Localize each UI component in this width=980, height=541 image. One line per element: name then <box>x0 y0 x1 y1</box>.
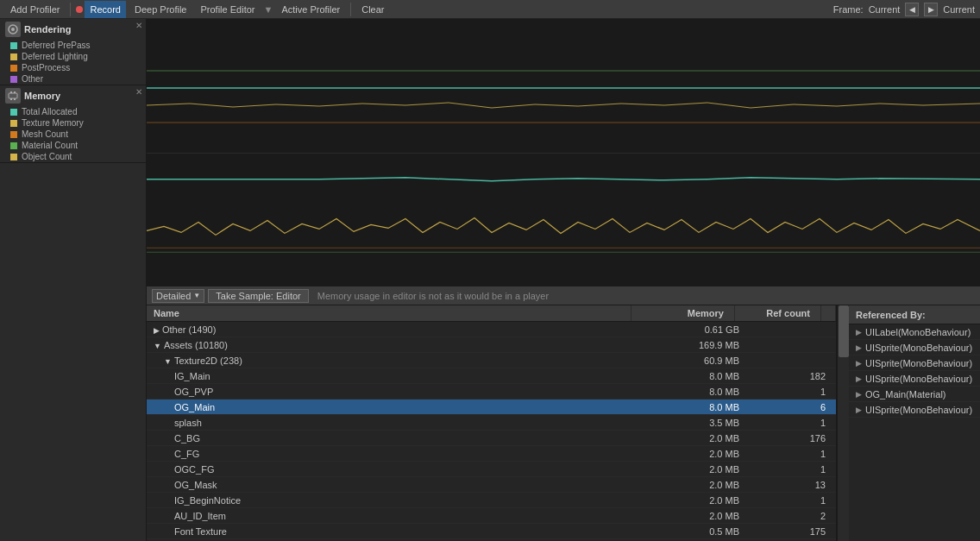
rendering-close[interactable]: ✕ <box>135 21 142 30</box>
profile-editor-button[interactable]: Profile Editor <box>196 1 261 18</box>
memory-close[interactable]: ✕ <box>135 87 142 97</box>
ref-item-label: UILabel(MonoBehaviour) <box>865 327 971 337</box>
bottom-panel: Detailed ▼ Take Sample: Editor Memory us… <box>147 286 980 541</box>
separator <box>70 3 71 16</box>
legend-label-total-allocated: Total Allocated <box>22 107 78 116</box>
legend-total-allocated: Total Allocated <box>0 106 146 117</box>
table-row[interactable]: AU_ID_Item 2.0 MB 2 <box>147 508 836 524</box>
current2-label: Current <box>943 4 975 15</box>
expand-icon: ▼ <box>154 342 161 350</box>
cell-refcount: 175 <box>750 526 836 537</box>
ref-row[interactable]: ▶UISprite(MonoBehaviour) <box>849 340 980 355</box>
legend-mesh-count: Mesh Count <box>0 129 146 140</box>
legend-color-object-count <box>10 154 17 160</box>
ref-item-label: UISprite(MonoBehaviour) <box>865 374 972 384</box>
cell-memory: 0.5 MB <box>646 526 750 537</box>
charts-area <box>147 19 980 286</box>
ref-arrow-icon: ▶ <box>856 374 862 383</box>
rendering-chart-svg <box>147 19 980 153</box>
table-header: Name Memory Ref count <box>147 305 836 322</box>
col-scroll <box>821 305 836 321</box>
table-scrollbar[interactable] <box>837 305 849 541</box>
cell-refcount: 13 <box>750 480 836 490</box>
svg-rect-3 <box>10 91 12 93</box>
cell-name: C_FG <box>147 449 646 459</box>
svg-rect-6 <box>14 98 16 100</box>
svg-rect-4 <box>14 91 16 93</box>
cell-memory: 169.9 MB <box>646 340 750 350</box>
legend-color-deferred-lighting <box>10 53 17 60</box>
ref-row[interactable]: ▶UISprite(MonoBehaviour) <box>849 402 980 418</box>
cell-refcount: 1 <box>750 449 836 459</box>
table-row[interactable]: Font Texture 0.5 MB 175 <box>147 524 836 539</box>
cell-memory: 8.0 MB <box>646 371 750 381</box>
main-toolbar: Add Profiler Record Deep Profile Profile… <box>0 0 980 19</box>
record-indicator <box>76 6 83 13</box>
legend-label-mesh-count: Mesh Count <box>22 129 68 139</box>
table-row[interactable]: OG_Mask 2.0 MB 13 <box>147 477 836 493</box>
ref-header: Referenced By: <box>849 305 980 324</box>
ref-row[interactable]: ▶UISprite(MonoBehaviour) <box>849 355 980 371</box>
ref-row[interactable]: ▶OG_Main(Material) <box>849 387 980 402</box>
frame-prev-button[interactable]: ◀ <box>905 3 919 16</box>
cell-refcount: 1 <box>750 418 836 428</box>
deep-profile-button[interactable]: Deep Profile <box>129 1 192 18</box>
table-row[interactable]: splash 3.5 MB 1 <box>147 415 836 431</box>
rendering-group: Rendering ✕ Deferred PrePass Deferred Li… <box>0 19 146 85</box>
ref-panel: Referenced By: ▶UILabel(MonoBehaviour)▶U… <box>849 305 980 541</box>
cell-name: ▼Assets (10180) <box>147 340 646 350</box>
frame-next-button[interactable]: ▶ <box>924 3 938 16</box>
take-sample-button[interactable]: Take Sample: Editor <box>208 289 308 303</box>
legend-color-deferred-prepass <box>10 42 17 49</box>
detailed-label: Detailed <box>156 291 191 301</box>
cell-name: ▶Other (1490) <box>147 324 646 335</box>
legend-label-material-count: Material Count <box>22 141 78 150</box>
cell-refcount: 1 <box>750 464 836 475</box>
table-row[interactable]: C_FG 2.0 MB 1 <box>147 446 836 462</box>
frame-section: Frame: Current ◀ ▶ Current <box>833 3 975 16</box>
col-name: Name <box>147 305 631 321</box>
legend-label-texture-memory: Texture Memory <box>22 118 84 128</box>
cell-name: C_BG <box>147 433 646 443</box>
cell-memory: 60.9 MB <box>646 355 750 366</box>
cell-name: OG_PVP <box>147 387 646 397</box>
active-profiler-button[interactable]: Active Profiler <box>276 1 345 18</box>
ref-arrow-icon: ▶ <box>856 359 862 368</box>
clear-button[interactable]: Clear <box>356 1 389 18</box>
table-row[interactable]: OG_Main 8.0 MB 6 <box>147 399 836 415</box>
col-memory: Memory <box>631 305 735 321</box>
detailed-dropdown[interactable]: Detailed ▼ <box>152 289 204 303</box>
table-row[interactable]: OG_PVP 8.0 MB 1 <box>147 384 836 399</box>
table-row[interactable]: IG_Main 8.0 MB 182 <box>147 368 836 384</box>
dropdown-arrow-icon: ▼ <box>193 292 200 299</box>
table-row[interactable]: ▼Assets (10180) 169.9 MB <box>147 337 836 353</box>
cell-memory: 8.0 MB <box>646 387 750 397</box>
svg-rect-2 <box>9 93 17 98</box>
cell-name: ▼Texture2D (238) <box>147 355 646 366</box>
cell-name: AU_ID_Item <box>147 511 646 521</box>
table-row[interactable]: ▶Other (1490) 0.61 GB <box>147 322 836 337</box>
table-body: ▶Other (1490) 0.61 GB ▼Assets (10180) 16… <box>147 322 836 541</box>
cell-refcount: 1 <box>750 495 836 506</box>
ref-row[interactable]: ▶UISprite(MonoBehaviour) <box>849 371 980 387</box>
cell-memory: 3.5 MB <box>646 418 750 428</box>
legend-other: Other <box>0 73 146 85</box>
table-row[interactable]: IG_BeginNotice 2.0 MB 1 <box>147 493 836 508</box>
table-row[interactable]: ▼Texture2D (238) 60.9 MB <box>147 353 836 368</box>
ref-row[interactable]: ▶UILabel(MonoBehaviour) <box>849 324 980 340</box>
add-profiler-button[interactable]: Add Profiler <box>5 1 65 18</box>
record-button[interactable]: Record <box>85 1 125 18</box>
ref-arrow-icon: ▶ <box>856 328 862 337</box>
scrollbar-thumb[interactable] <box>839 305 849 357</box>
legend-label-postprocess: PostProcess <box>22 63 70 72</box>
cell-memory: 2.0 MB <box>646 495 750 506</box>
bottom-toolbar: Detailed ▼ Take Sample: Editor Memory us… <box>147 286 980 305</box>
table-area: Name Memory Ref count ▶Other (1490) 0.61… <box>147 305 980 541</box>
table-row[interactable]: OGC_FG 2.0 MB 1 <box>147 462 836 477</box>
info-text: Memory usage in editor is not as it woul… <box>317 291 549 301</box>
svg-point-1 <box>11 28 15 31</box>
svg-rect-5 <box>10 98 12 100</box>
legend-color-total-allocated <box>10 109 17 116</box>
cell-refcount: 2 <box>750 511 836 521</box>
table-row[interactable]: C_BG 2.0 MB 176 <box>147 431 836 446</box>
